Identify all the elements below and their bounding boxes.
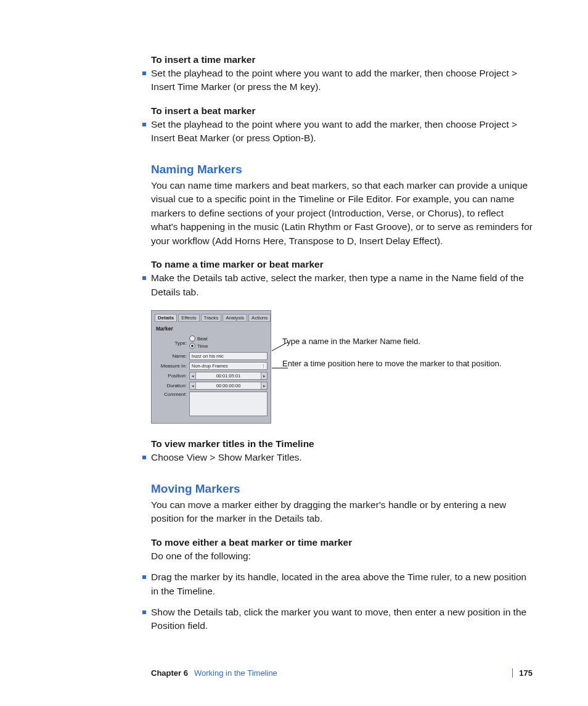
radio-time-label: Time xyxy=(197,343,208,349)
radio-time[interactable]: Time xyxy=(189,343,208,349)
bullet-icon xyxy=(142,72,146,75)
radio-beat-label: Beat xyxy=(197,336,207,342)
move-bullet-1: Drag the marker by its handle, located i… xyxy=(151,570,533,598)
bullet-icon xyxy=(142,276,146,280)
to-view-head: To view marker titles in the Timeline xyxy=(151,438,533,449)
to-move-head: To move either a beat marker or time mar… xyxy=(151,537,533,548)
radio-off-icon xyxy=(189,335,195,342)
details-panel: Details Effects Tracks Analysis Actions … xyxy=(151,310,271,424)
tab-tracks[interactable]: Tracks xyxy=(201,314,222,322)
footer-page: 175 xyxy=(512,668,533,678)
naming-paragraph: You can name time markers and beat marke… xyxy=(151,179,533,248)
to-insert-beat-head: To insert a beat marker xyxy=(151,105,533,117)
label-measure: Measure In: xyxy=(155,363,189,369)
bullet-icon xyxy=(142,456,146,459)
label-position: Position: xyxy=(155,373,189,379)
measure-combo[interactable]: Non-drop Frames xyxy=(189,362,267,370)
duration-field[interactable]: 00:00:00:00 xyxy=(189,382,267,390)
to-name-head: To name a time marker or beat marker xyxy=(151,259,533,270)
move-bullet-2: Show the Details tab, click the marker y… xyxy=(151,605,533,633)
insert-time-text: Set the playhead to the point where you … xyxy=(151,67,533,94)
callout-position: Enter a time position here to move the m… xyxy=(282,358,502,369)
to-name-text: Make the Details tab active, select the … xyxy=(151,271,533,299)
tab-effects[interactable]: Effects xyxy=(178,314,199,322)
moving-paragraph: You can move a marker either by dragging… xyxy=(151,498,533,526)
comment-field[interactable] xyxy=(189,392,267,416)
to-move-intro: Do one of the following: xyxy=(151,549,533,563)
label-name: Name: xyxy=(155,353,189,359)
label-duration: Duration: xyxy=(155,383,189,388)
callout-name: Type a name in the Marker Name field. xyxy=(282,336,502,347)
tab-actions[interactable]: Actions xyxy=(248,314,271,322)
footer-title: Working in the Timeline xyxy=(194,668,277,678)
tab-details[interactable]: Details xyxy=(155,314,177,322)
footer-chapter: Chapter 6 xyxy=(151,668,188,678)
position-field[interactable]: 00:01:05:01 xyxy=(189,372,267,380)
radio-on-icon xyxy=(189,343,195,349)
bullet-icon xyxy=(142,575,146,579)
bullet-icon xyxy=(142,123,146,126)
name-field[interactable]: buzz on his mic xyxy=(189,352,267,360)
naming-markers-heading: Naming Markers xyxy=(151,163,533,176)
label-comment: Comment: xyxy=(155,392,189,397)
bullet-icon xyxy=(142,610,146,614)
to-view-text: Choose View > Show Marker Titles. xyxy=(151,451,302,464)
label-type: Type: xyxy=(155,340,189,346)
tab-analysis[interactable]: Analysis xyxy=(223,314,247,322)
radio-beat[interactable]: Beat xyxy=(189,335,208,342)
insert-beat-text: Set the playhead to the point where you … xyxy=(151,118,533,146)
to-insert-time-head: To insert a time marker xyxy=(151,54,533,65)
moving-markers-heading: Moving Markers xyxy=(151,482,533,496)
panel-group-label: Marker xyxy=(156,326,267,332)
